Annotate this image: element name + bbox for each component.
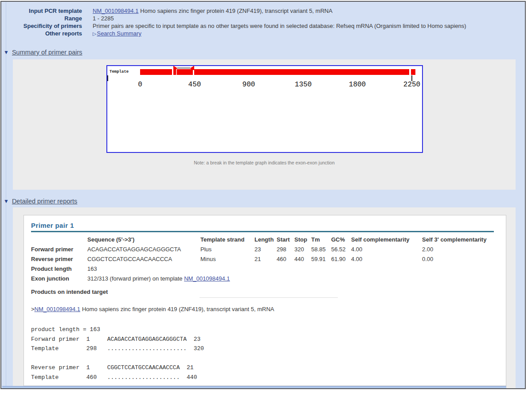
col-header-strand: Template strand: [200, 236, 254, 243]
info-row-range: Range 1 - 2285: [1, 15, 522, 22]
details-section-toggle[interactable]: Detailed primer reports: [12, 198, 77, 205]
exon-junction-label: Exon junction: [31, 275, 87, 282]
template-track-label: Template: [110, 70, 129, 74]
col-header-gc: GC%: [331, 236, 351, 243]
forward-primer-label: Forward primer: [31, 246, 87, 253]
axis-tick-label: 1800: [340, 81, 375, 89]
exon-junction-accession-link[interactable]: NM_001098494.1: [184, 275, 230, 282]
forward-self-comp: 4.00: [351, 246, 422, 253]
details-section-header: ▼Detailed primer reports: [4, 198, 77, 205]
forward-strand: Plus: [200, 246, 254, 253]
axis-tick-label: 0: [122, 81, 158, 89]
info-row-specificity: Specificity of primers Primer pairs are …: [1, 22, 522, 30]
reverse-start: 460: [277, 256, 294, 262]
specificity-label: Specificity of primers: [1, 22, 82, 30]
input-pcr-template-value: NM_001098494.1Homo sapiens zinc finger p…: [93, 7, 332, 15]
target-line: >NM_001098494.1Homo sapiens zinc finger …: [31, 306, 499, 312]
reverse-tm: 59.91: [311, 256, 331, 262]
fasta-prefix: >: [31, 306, 35, 312]
forward-length: 23: [254, 246, 277, 253]
col-header-stop: Stop: [294, 236, 311, 243]
reverse-self3-comp: 0.00: [422, 256, 499, 262]
alignment-block: product length = 163 Forward primer 1 AC…: [31, 325, 499, 382]
collapse-triangle-icon: ▼: [4, 49, 9, 55]
product-length-label: Product length: [31, 265, 87, 272]
title-rule: [31, 231, 494, 232]
forward-gc: 56.52: [331, 246, 351, 253]
divider-line: [200, 297, 338, 298]
page-bottom-edge: [2, 386, 506, 389]
range-label: Range: [1, 15, 82, 22]
col-header-tm: Tm: [311, 236, 331, 243]
primer-pair-table: Sequence (5'->3') Template strand Length…: [31, 234, 499, 283]
axis-tick-label: 2250: [394, 81, 430, 89]
reverse-stop: 440: [294, 256, 311, 262]
axis-tick: [107, 75, 108, 81]
reverse-self-comp: 4.00: [351, 256, 422, 262]
other-reports-label: Other reports: [1, 30, 82, 38]
exon-junction-value: 312/313 (forward primer) on template NM_…: [87, 275, 499, 282]
primer-pair-glyph: [173, 66, 194, 70]
reverse-length: 21: [254, 256, 277, 262]
summary-section-toggle[interactable]: Summary of primer pairs: [12, 49, 82, 56]
template-graphic: Template 0 450 900 1350 1800 2250: [106, 65, 423, 153]
search-summary-link[interactable]: Search Summary: [97, 30, 141, 37]
col-header-sequence: Sequence (5'->3'): [87, 236, 200, 243]
col-header-length: Length: [254, 236, 277, 243]
expand-triangle-icon: ▷: [93, 31, 96, 36]
axis-tick-label: 450: [177, 81, 212, 89]
primer-blast-results-page: Input PCR template NM_001098494.1Homo sa…: [0, 0, 532, 394]
exon-junction-break: [409, 69, 411, 75]
collapse-triangle-icon: ▼: [4, 198, 9, 204]
info-row-other-reports: Other reports ▷Search Summary: [1, 30, 522, 38]
info-row-template: Input PCR template NM_001098494.1Homo sa…: [1, 7, 522, 15]
reverse-gc: 61.90: [331, 256, 351, 262]
axis-tick-label: 1350: [286, 81, 321, 89]
primer-pair-card: Primer pair 1 Sequence (5'->3') Template…: [23, 215, 506, 386]
col-header-start: Start: [277, 236, 294, 243]
input-pcr-template-label: Input PCR template: [1, 7, 82, 15]
target-description: Homo sapiens zinc finger protein 419 (ZN…: [82, 306, 274, 312]
forward-start: 298: [277, 246, 294, 253]
left-panel-edge: [6, 2, 6, 388]
forward-sequence: ACAGACCATGAGGAGCAGGGCTA: [87, 246, 200, 253]
results-frame: Input PCR template NM_001098494.1Homo sa…: [0, 1, 526, 389]
axis-tick-label: 900: [231, 81, 266, 89]
forward-tm: 58.85: [311, 246, 331, 253]
range-value: 1 - 2285: [93, 15, 114, 22]
specificity-value: Primer pairs are specific to input templ…: [93, 22, 466, 30]
summary-section-header: ▼Summary of primer pairs: [4, 49, 82, 56]
input-summary-block: Input PCR template NM_001098494.1Homo sa…: [1, 7, 522, 38]
col-header-self3-comp: Self 3' complementarity: [422, 236, 499, 243]
template-description: Homo sapiens zinc finger protein 419 (ZN…: [140, 8, 332, 14]
forward-self3-comp: 2.00: [422, 246, 499, 253]
products-on-target-header: Products on intended target: [31, 289, 499, 295]
reverse-sequence: CGGCTCCATGCCAACAACCCA: [87, 256, 200, 262]
reverse-strand: Minus: [200, 256, 254, 262]
exon-junction-text: 312/313 (forward primer) on template: [87, 275, 184, 282]
other-reports-value: ▷Search Summary: [93, 30, 141, 38]
graph-note: Note: a break in the template graph indi…: [13, 160, 516, 165]
col-header-self-comp: Self complementarity: [351, 236, 422, 243]
forward-stop: 320: [294, 246, 311, 253]
primer-pair-title: Primer pair 1: [31, 222, 499, 230]
template-accession-link[interactable]: NM_001098494.1: [93, 8, 138, 14]
product-length-value: 163: [87, 265, 499, 272]
reverse-primer-label: Reverse primer: [31, 256, 87, 262]
target-accession-link[interactable]: NM_001098494.1: [35, 306, 80, 312]
